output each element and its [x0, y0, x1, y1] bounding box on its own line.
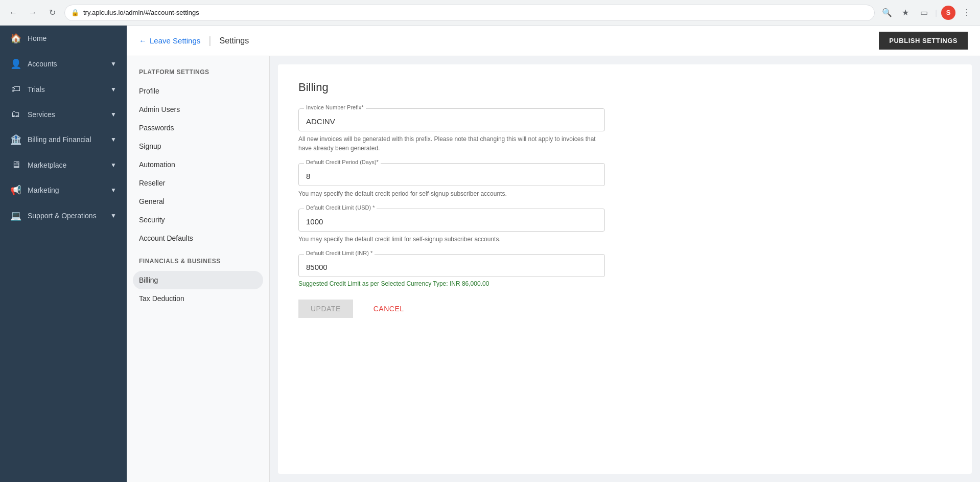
settings-nav-account-defaults[interactable]: Account Defaults [127, 229, 269, 247]
address-bar[interactable]: 🔒 try.apiculus.io/admin/#/account-settin… [64, 5, 875, 21]
services-icon: 🗂 [10, 109, 21, 120]
sidebar-item-support[interactable]: 💻 Support & Operations ▼ [0, 203, 127, 228]
main-area: ← Leave Settings | Settings PUBLISH SETT… [127, 26, 980, 482]
publish-settings-button[interactable]: PUBLISH SETTINGS [879, 32, 968, 50]
back-button[interactable]: ← [6, 6, 20, 20]
settings-sidebar: PLATFORM SETTINGS Profile Admin Users Pa… [127, 56, 270, 482]
credit-limit-inr-group: Default Credit Limit (INR) * [298, 254, 605, 277]
chevron-down-icon: ▼ [110, 212, 116, 219]
settings-nav-billing[interactable]: Billing [133, 271, 263, 289]
cancel-button[interactable]: CANCEL [361, 300, 416, 318]
sidebar-label-services: Services [28, 110, 55, 119]
credit-limit-inr-input[interactable] [299, 255, 604, 277]
credit-limit-inr-field: Default Credit Limit (INR) * Suggested C… [298, 254, 951, 287]
leave-settings-label: Leave Settings [150, 36, 200, 45]
billing-icon: 🏦 [10, 134, 21, 145]
forward-button[interactable]: → [26, 6, 40, 20]
form-actions: UPDATE CANCEL [298, 300, 951, 318]
invoice-prefix-hint: All new invoices will be generated with … [298, 134, 605, 153]
settings-nav-signup[interactable]: Signup [127, 137, 269, 155]
sidebar-item-services[interactable]: 🗂 Services ▼ [0, 102, 127, 127]
credit-limit-usd-input[interactable] [299, 209, 604, 231]
sidebar-item-accounts[interactable]: 👤 Accounts ▼ [0, 51, 127, 77]
credit-limit-usd-field: Default Credit Limit (USD) * You may spe… [298, 209, 951, 244]
update-button[interactable]: UPDATE [298, 300, 353, 318]
sidebar-label-home: Home [28, 34, 46, 42]
user-avatar[interactable]: S [941, 6, 955, 20]
settings-nav-admin-users[interactable]: Admin Users [127, 100, 269, 119]
sidebar-label-marketplace: Marketplace [28, 161, 66, 169]
browser-chrome: ← → ↻ 🔒 try.apiculus.io/admin/#/account-… [0, 0, 980, 26]
sidebar-label-support: Support & Operations [28, 212, 97, 220]
settings-nav-passwords[interactable]: Passwords [127, 119, 269, 137]
invoice-prefix-group: Invoice Number Prefix* [298, 108, 605, 131]
sidebar-item-marketing[interactable]: 📢 Marketing ▼ [0, 177, 127, 203]
financials-business-title: FINANCIALS & BUSINESS [127, 258, 269, 271]
credit-period-hint: You may specify the default credit perio… [298, 189, 605, 198]
settings-nav-general[interactable]: General [127, 192, 269, 211]
settings-content: Billing Invoice Number Prefix* All new i… [278, 64, 972, 474]
security-icon: 🔒 [71, 9, 79, 16]
chevron-down-icon: ▼ [110, 86, 116, 93]
chevron-down-icon: ▼ [110, 162, 116, 169]
menu-icon[interactable]: ⋮ [960, 6, 974, 20]
sidebar-item-home[interactable]: 🏠 Home [0, 26, 127, 51]
marketplace-icon: 🖥 [10, 159, 21, 170]
settings-nav-reseller[interactable]: Reseller [127, 174, 269, 192]
credit-limit-usd-hint: You may specify the default credit limit… [298, 235, 605, 244]
support-icon: 💻 [10, 210, 21, 221]
credit-limit-usd-group: Default Credit Limit (USD) * [298, 209, 605, 232]
header-left: ← Leave Settings | Settings [139, 35, 249, 47]
extensions-icon[interactable]: ▭ [917, 6, 931, 20]
sidebar-item-marketplace[interactable]: 🖥 Marketplace ▼ [0, 152, 127, 177]
sidebar: 🏠 Home 👤 Accounts ▼ 🏷 Trials ▼ 🗂 Service… [0, 26, 127, 482]
leave-settings-link[interactable]: ← Leave Settings [139, 36, 200, 45]
app-layout: 🏠 Home 👤 Accounts ▼ 🏷 Trials ▼ 🗂 Service… [0, 26, 980, 482]
chevron-down-icon: ▼ [110, 111, 116, 118]
chevron-down-icon: ▼ [110, 187, 116, 194]
settings-nav-tax-deduction[interactable]: Tax Deduction [127, 289, 269, 308]
sidebar-label-marketing: Marketing [28, 186, 59, 194]
search-icon[interactable]: 🔍 [880, 6, 894, 20]
home-icon: 🏠 [10, 33, 21, 44]
arrow-left-icon: ← [139, 36, 147, 45]
refresh-button[interactable]: ↻ [45, 6, 59, 20]
chevron-down-icon: ▼ [110, 60, 116, 67]
sidebar-label-billing: Billing and Financial [28, 135, 91, 144]
sidebar-item-trials[interactable]: 🏷 Trials ▼ [0, 77, 127, 102]
sidebar-label-accounts: Accounts [28, 60, 57, 68]
divider: | [935, 9, 937, 17]
content-area: PLATFORM SETTINGS Profile Admin Users Pa… [127, 56, 980, 482]
credit-period-group: Default Credit Period (Days)* [298, 163, 605, 186]
top-header: ← Leave Settings | Settings PUBLISH SETT… [127, 26, 980, 56]
settings-nav-security[interactable]: Security [127, 211, 269, 229]
marketing-icon: 📢 [10, 185, 21, 196]
platform-settings-title: PLATFORM SETTINGS [127, 68, 269, 82]
billing-title: Billing [298, 81, 951, 94]
credit-limit-inr-hint: Suggested Credit Limit as per Selected C… [298, 280, 605, 287]
section-gap [127, 247, 269, 258]
accounts-icon: 👤 [10, 58, 21, 70]
sidebar-item-billing[interactable]: 🏦 Billing and Financial ▼ [0, 127, 127, 152]
invoice-prefix-input[interactable] [299, 109, 604, 131]
credit-limit-inr-label: Default Credit Limit (INR) * [304, 250, 375, 256]
bookmark-icon[interactable]: ★ [898, 6, 913, 20]
chevron-down-icon: ▼ [110, 136, 116, 143]
header-divider: | [208, 35, 211, 47]
settings-nav-profile[interactable]: Profile [127, 82, 269, 100]
credit-period-label: Default Credit Period (Days)* [304, 159, 381, 165]
browser-actions: 🔍 ★ ▭ | S ⋮ [880, 6, 974, 20]
credit-period-field: Default Credit Period (Days)* You may sp… [298, 163, 951, 198]
credit-limit-usd-label: Default Credit Limit (USD) * [304, 204, 377, 211]
credit-period-input[interactable] [299, 164, 604, 186]
sidebar-label-trials: Trials [28, 85, 45, 94]
url-text: try.apiculus.io/admin/#/account-settings [83, 9, 868, 16]
settings-nav-automation[interactable]: Automation [127, 155, 269, 174]
invoice-prefix-field: Invoice Number Prefix* All new invoices … [298, 108, 951, 153]
header-title: Settings [219, 36, 249, 45]
invoice-prefix-label: Invoice Number Prefix* [304, 104, 366, 110]
trials-icon: 🏷 [10, 84, 21, 95]
